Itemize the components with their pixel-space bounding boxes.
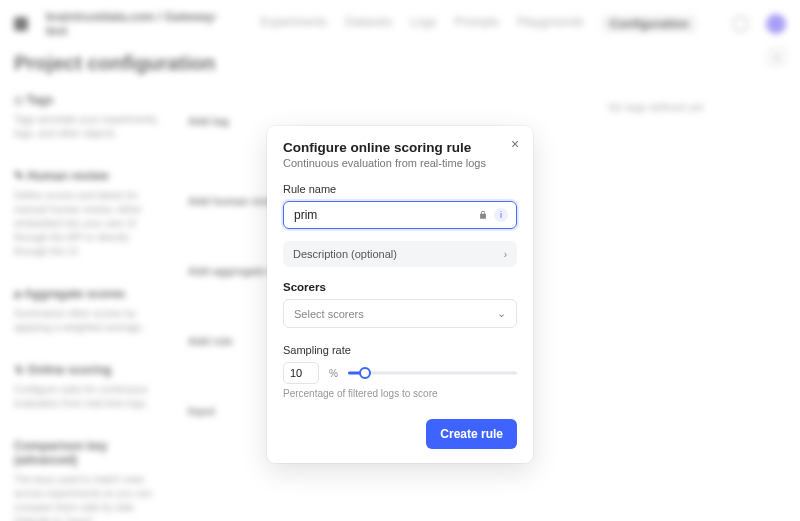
modal-footer: Create rule xyxy=(283,419,517,449)
info-badge-icon[interactable]: i xyxy=(494,208,508,222)
lock-icon xyxy=(476,208,490,222)
chevron-right-icon: › xyxy=(504,249,507,260)
scorers-title: Scorers xyxy=(283,281,517,293)
sampling-slider[interactable] xyxy=(348,366,517,380)
scorers-placeholder: Select scorers xyxy=(294,308,364,320)
sampling-value-input[interactable]: 10 xyxy=(283,362,319,384)
sampling-label: Sampling rate xyxy=(283,344,517,356)
description-accordion[interactable]: Description (optional) › xyxy=(283,241,517,267)
modal-title: Configure online scoring rule xyxy=(283,140,517,155)
close-icon[interactable]: × xyxy=(507,136,523,152)
create-rule-button[interactable]: Create rule xyxy=(426,419,517,449)
rule-name-field-wrap: i xyxy=(283,201,517,229)
scorers-select[interactable]: Select scorers ⌄ xyxy=(283,299,517,328)
rule-name-label: Rule name xyxy=(283,183,517,195)
slider-thumb[interactable] xyxy=(359,367,371,379)
sampling-help: Percentage of filtered logs to score xyxy=(283,388,517,399)
modal-subtitle: Continuous evaluation from real-time log… xyxy=(283,157,517,169)
chevron-down-icon: ⌄ xyxy=(497,307,506,320)
rule-name-input[interactable] xyxy=(294,208,460,222)
input-icons: i xyxy=(476,208,508,222)
description-label: Description (optional) xyxy=(293,248,397,260)
configure-rule-modal: × Configure online scoring rule Continuo… xyxy=(267,126,533,463)
sampling-row: 10 % xyxy=(283,362,517,384)
slider-track xyxy=(348,372,517,375)
modal-overlay: × Configure online scoring rule Continuo… xyxy=(0,0,800,521)
percent-symbol: % xyxy=(329,368,338,379)
